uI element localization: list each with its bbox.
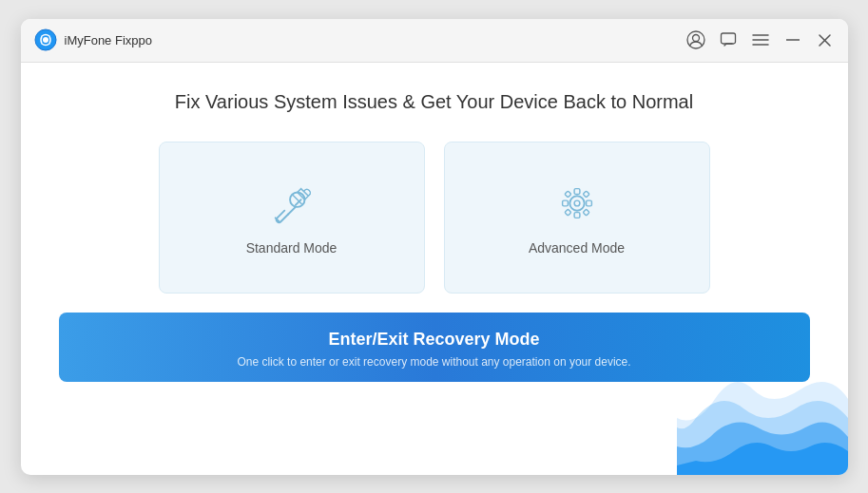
svg-rect-17 [586, 200, 591, 206]
user-icon[interactable] [686, 30, 705, 49]
svg-rect-19 [583, 209, 589, 216]
svg-point-3 [692, 35, 699, 42]
recovery-btn-subtitle: One click to enter or exit recovery mode… [237, 355, 630, 369]
advanced-mode-card[interactable]: Advanced Mode [444, 142, 710, 294]
svg-point-12 [569, 196, 584, 210]
menu-icon[interactable] [751, 30, 770, 49]
svg-rect-20 [564, 209, 570, 216]
main-content: Fix Various System Issues & Get Your Dev… [21, 63, 848, 475]
chat-icon[interactable] [719, 30, 738, 49]
title-bar: iMyFone Fixppo [21, 19, 848, 63]
svg-rect-14 [574, 188, 580, 194]
svg-point-1 [43, 37, 48, 43]
advanced-mode-icon [553, 180, 601, 227]
window-controls [686, 30, 835, 49]
svg-point-13 [574, 200, 580, 206]
close-button[interactable] [816, 30, 835, 49]
app-title: iMyFone Fixppo [65, 33, 686, 47]
app-window: iMyFone Fixppo [21, 19, 848, 475]
app-logo [34, 28, 57, 51]
svg-rect-18 [564, 190, 570, 197]
svg-rect-21 [583, 190, 589, 197]
recovery-btn-title: Enter/Exit Recovery Mode [328, 330, 539, 350]
standard-mode-card[interactable]: Standard Mode [159, 142, 425, 294]
svg-rect-16 [562, 200, 568, 206]
svg-rect-15 [574, 212, 580, 218]
standard-mode-icon [268, 180, 316, 227]
page-title: Fix Various System Issues & Get Your Dev… [175, 91, 693, 113]
minimize-button[interactable] [783, 30, 802, 49]
svg-rect-4 [721, 33, 735, 44]
recovery-mode-button[interactable]: Enter/Exit Recovery Mode One click to en… [59, 313, 810, 382]
standard-mode-label: Standard Mode [246, 240, 338, 256]
mode-cards-container: Standard Mode [59, 142, 810, 294]
advanced-mode-label: Advanced Mode [529, 240, 625, 256]
